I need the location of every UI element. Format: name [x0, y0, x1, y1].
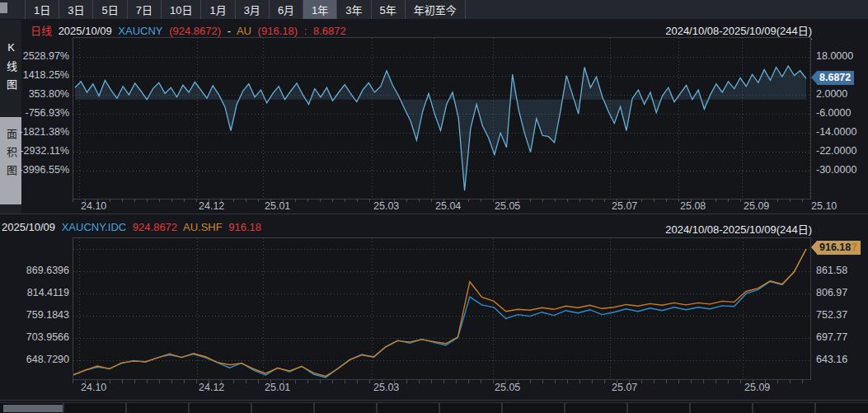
price-right-axis-label: 643.16 [816, 353, 868, 366]
price-chart [73, 238, 810, 379]
spread-right-axis-label: 18.0000 [816, 49, 868, 63]
price-last-value-badge: 916.187 [817, 241, 861, 255]
spread-left-axis-label: -3996.55% [16, 163, 69, 176]
trading-terminal-window: 1日3日5日7日10日1月3月6月1年3年5年年初至今 日线 2025/10/0… [0, 0, 868, 413]
spread-left-axis-label: -1821.38% [16, 125, 69, 138]
spread-x-tick-label: 25.04 [435, 200, 461, 212]
price-left-axis-label: 814.4119 [16, 286, 69, 299]
spread-date: 2025/10/09 [59, 25, 112, 37]
spread-x-tick-label: 25.08 [680, 200, 706, 212]
price-right-axis-label: 806.97 [816, 286, 868, 299]
tab-5日[interactable]: 5日 [93, 0, 127, 19]
covered-axis-digit: 7 [852, 241, 857, 255]
scrollbar-divider [564, 403, 565, 413]
price-x-tick-label: 25.09 [744, 382, 770, 393]
spread-x-tick-label: 24.12 [199, 200, 224, 212]
price-left-axis-label: 703.9566 [16, 331, 69, 344]
spread-right-axis-label: -22.0000 [816, 144, 868, 157]
spread-left-axis-label: -2932.11% [16, 144, 69, 157]
price-minor-ticks [73, 380, 811, 383]
tab-1月[interactable]: 1月 [201, 0, 235, 19]
price-left-axis-label: 759.1843 [16, 308, 69, 321]
price-series1-name: XAUCNY.IDC [62, 221, 127, 233]
scrollbar-divider [689, 403, 691, 413]
scrollbar-divider [313, 403, 315, 413]
scrollbar-divider [626, 403, 628, 413]
spread-x-tick-label: 24.10 [81, 200, 106, 212]
tab-3月[interactable]: 3月 [236, 0, 270, 19]
scrollbar-divider [188, 403, 190, 413]
tab-1年[interactable]: 1年 [303, 0, 337, 19]
spread-x-tick-label: 25.05 [495, 200, 520, 212]
price-x-tick-label: 25.01 [265, 382, 290, 393]
chart-scrollbar-track[interactable] [0, 402, 868, 413]
tab-5年[interactable]: 5年 [372, 0, 406, 19]
spread-x-tick-label: 25.09 [744, 200, 769, 212]
price-right-axis-label: 861.58 [816, 264, 868, 277]
corner-handle-icon[interactable] [0, 2, 7, 13]
tab-7日[interactable]: 7日 [128, 0, 162, 19]
spread-plot-area[interactable] [73, 37, 811, 199]
price-series2-name: AU.SHF [183, 221, 223, 233]
scrollbar-divider [125, 403, 127, 413]
series2-name: AU [237, 25, 251, 37]
panel-divider [0, 214, 868, 214]
price-x-tick-label: 24.12 [199, 382, 224, 393]
price-date: 2025/10/09 [2, 221, 55, 233]
spread-panel-header: 日线 2025/10/09 XAUCNY (924.8672) - AU (91… [30, 22, 350, 38]
spread-right-axis-label: -6.0000 [816, 106, 868, 120]
spread-left-axis-label: 2528.97% [16, 49, 69, 63]
minus-sign: - [228, 25, 231, 37]
scrollbar-divider [376, 403, 378, 413]
tab-年初至今[interactable]: 年初至今 [406, 0, 466, 19]
scrollbar-divider [752, 403, 753, 413]
spread-x-tick-label: 25.01 [265, 200, 290, 212]
price-x-tick-label: 25.05 [495, 382, 520, 393]
bottom-divider [0, 400, 868, 401]
colon-sign: : [304, 25, 307, 37]
price-series2-value: 916.18 [228, 221, 261, 233]
spread-right-axis-label: -30.0000 [816, 163, 868, 176]
price-series1-value: 924.8672 [133, 221, 177, 233]
spread-right-axis-label: 2.0000 [816, 87, 868, 101]
period-label: 日线 [30, 25, 52, 37]
scrollbar-divider [439, 403, 440, 413]
spread-value: 8.6872 [313, 25, 346, 37]
tab-1日[interactable]: 1日 [25, 0, 59, 19]
price-x-tick-label: 25.03 [373, 382, 399, 393]
period-tabbar: 1日3日5日7日10日1月3月6月1年3年5年年初至今 [0, 0, 868, 19]
spread-left-axis-label: 353.80% [16, 87, 69, 101]
period-tabs: 1日3日5日7日10日1月3月6月1年3年5年年初至今 [25, 0, 466, 19]
spread-left-axis-label: 1418.25% [16, 68, 69, 82]
price-left-axis-label: 869.6396 [16, 264, 69, 277]
series1-value: (924.8672) [169, 25, 221, 37]
spread-x-tick-label: 25.07 [612, 200, 637, 212]
price-plot-area[interactable] [73, 237, 811, 380]
scrollbar-divider [501, 403, 503, 413]
spread-area-fill [75, 66, 806, 190]
series1-name: XAUCNY [118, 25, 162, 37]
price-x-tick-label: 24.10 [81, 382, 106, 393]
price-date-range: 2024/10/08-2025/10/09(244日) [665, 221, 812, 237]
price-x-tick-label: 25.07 [612, 382, 637, 393]
spread-chart [73, 38, 810, 199]
tab-3年[interactable]: 3年 [337, 0, 371, 19]
series2-value: (916.18) [258, 25, 298, 37]
spread-left-axis-label: -756.93% [16, 106, 69, 120]
scrollbar-divider [63, 403, 64, 413]
scrollbar-divider [814, 403, 816, 413]
spread-last-value-badge: 8.6872 [817, 71, 854, 85]
price-right-axis-label: 752.37 [816, 308, 868, 321]
spread-x-tick-label: 25.03 [373, 200, 399, 212]
price-right-axis-label: 697.77 [816, 331, 868, 344]
price-panel-header: 2025/10/09 XAUCNY.IDC 924.8672 AU.SHF 91… [2, 221, 265, 233]
price-line-AU.SHF [73, 249, 806, 376]
tab-10日[interactable]: 10日 [162, 0, 201, 19]
spread-right-axis-label: -14.0000 [816, 125, 868, 138]
spread-x-tick-label: 25.10 [811, 200, 837, 212]
scrollbar-divider [251, 403, 252, 413]
price-left-axis-label: 648.7290 [16, 353, 69, 366]
tab-6月[interactable]: 6月 [270, 0, 303, 19]
tab-3日[interactable]: 3日 [59, 0, 93, 19]
chart-scrollbar-thumb[interactable] [3, 405, 63, 412]
